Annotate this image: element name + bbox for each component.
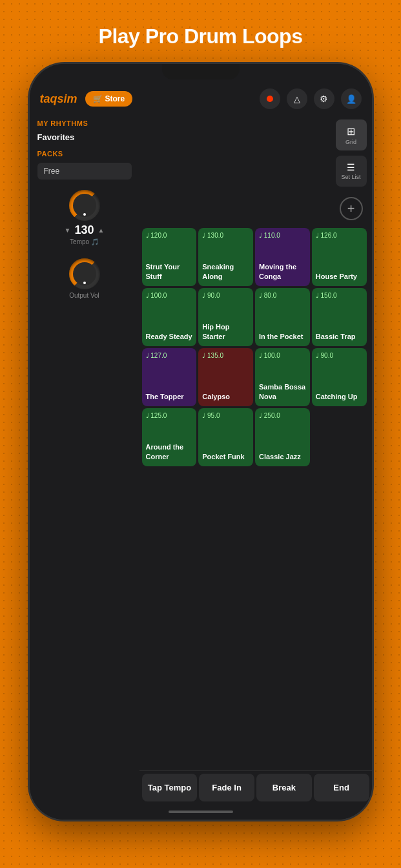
free-pack-item[interactable]: Free [37,163,132,180]
spacer [139,114,331,225]
cell-tempo: ♩ 126.0 [316,232,363,239]
metronome-icon: 🎵 [91,238,99,245]
tempo-label: Tempo 🎵 [70,238,99,245]
tempo-up-arrow[interactable]: ▲ [98,227,105,234]
grid-icon: ⊞ [347,125,355,138]
cell-name: Ready Steady [146,332,193,341]
cell-name: The Topper [146,392,193,401]
cell-tempo: ♩ 110.0 [259,232,306,239]
cell-name: Classic Jazz [259,452,306,461]
setlist-view-button[interactable]: ☰ Set List [336,156,367,187]
break-button[interactable]: Break [256,774,312,801]
left-panel: MY RHYTHMS Favorites PACKS Free ▼ 130 ▲ … [30,114,139,804]
tempo-down-arrow[interactable]: ▼ [65,227,71,234]
gear-icon: ⚙ [320,94,328,104]
tempo-value: 130 [74,223,94,237]
favorites-menu-item[interactable]: Favorites [37,130,132,145]
cell-name: Around the Corner [146,442,193,461]
cart-icon: 🛒 [93,94,103,103]
output-vol-section: Output Vol [37,258,132,299]
cell-name: Samba Bossa Nova [259,382,306,401]
cell-tempo: ♩ 100.0 [259,352,306,359]
grid-cell[interactable]: ♩ 150.0 Bassic Trap [312,288,367,346]
top-controls: ⊞ Grid ☰ Set List + [139,114,372,225]
cell-tempo: ♩ 130.0 [202,232,249,239]
knob-indicator [83,213,86,216]
cell-name: Strut Your Stuff [146,262,193,281]
cell-tempo: ♩ 80.0 [259,292,306,299]
header-icons: △ ⚙ 👤 [260,88,362,109]
phone-device: taqsim 🛒 Store △ ⚙ 👤 [30,64,372,820]
home-indicator [30,804,372,820]
grid-cell[interactable]: ♩ 135.0 Calypso [198,348,253,406]
phone-notch [162,64,240,79]
content-wrapper: ⊞ Grid ☰ Set List + [139,114,372,804]
user-button[interactable]: 👤 [341,88,362,109]
list-icon: ☰ [347,162,355,172]
store-button[interactable]: 🛒 Store [85,91,133,107]
cell-tempo: ♩ 135.0 [202,352,249,359]
grid-cell[interactable]: ♩ 100.0 Ready Steady [142,288,197,346]
phone-screen: taqsim 🛒 Store △ ⚙ 👤 [30,64,372,820]
grid-cell[interactable]: ♩ 125.0 Around the Corner [142,408,197,466]
grid-cell[interactable]: ♩ 90.0 Catching Up [312,348,367,406]
cell-tempo: ♩ 150.0 [316,292,363,299]
main-content: MY RHYTHMS Favorites PACKS Free ▼ 130 ▲ … [30,114,372,804]
record-dot-icon [267,96,273,102]
output-vol-label: Output Vol [69,292,99,299]
warning-button[interactable]: △ [287,88,307,109]
cell-tempo: ♩ 90.0 [316,352,363,359]
plus-icon: + [347,202,355,216]
settings-button[interactable]: ⚙ [314,88,334,109]
grid-cell[interactable]: ♩ 250.0 Classic Jazz [255,408,310,466]
cell-name: House Party [316,272,363,281]
user-icon: 👤 [346,94,356,104]
cell-tempo: ♩ 100.0 [146,292,193,299]
cell-tempo: ♩ 125.0 [146,412,193,419]
grid-label: Grid [345,139,356,145]
cell-tempo: ♩ 127.0 [146,352,193,359]
end-button[interactable]: End [314,774,369,801]
grid-cell[interactable]: ♩ 90.0 Hip Hop Starter [198,288,253,346]
grid-area: ♩ 120.0 Strut Your Stuff ♩ 130.0 Sneakin… [139,225,372,770]
my-rhythms-label: MY RHYTHMS [37,119,132,127]
tempo-control: ▼ 130 ▲ [65,223,105,237]
record-button[interactable] [260,88,280,109]
packs-label: PACKS [37,150,132,158]
cell-name: Catching Up [316,392,363,401]
tempo-knob[interactable] [69,190,100,221]
add-button[interactable]: + [340,197,363,220]
tap-tempo-button[interactable]: Tap Tempo [142,774,198,801]
fade-in-button[interactable]: Fade In [199,774,254,801]
grid-cell[interactable]: ♩ 110.0 Moving the Conga [255,228,310,286]
right-sidebar: ⊞ Grid ☰ Set List + [331,114,372,225]
cell-tempo: ♩ 95.0 [202,412,249,419]
warning-icon: △ [294,94,300,104]
cell-name: Calypso [202,392,249,401]
output-knob-indicator [83,282,86,284]
grid-cell[interactable]: ♩ 100.0 Samba Bossa Nova [255,348,310,406]
cell-tempo: ♩ 250.0 [259,412,306,419]
home-bar [169,811,233,813]
grid-cell[interactable]: ♩ 130.0 Sneaking Along [198,228,253,286]
grid-container: ♩ 120.0 Strut Your Stuff ♩ 130.0 Sneakin… [139,225,369,469]
cell-name: Bassic Trap [316,332,363,341]
cell-name: Sneaking Along [202,262,249,281]
grid-cell[interactable]: ♩ 120.0 Strut Your Stuff [142,228,197,286]
grid-cell[interactable]: ♩ 95.0 Pocket Funk [198,408,253,466]
tempo-section: ▼ 130 ▲ Tempo 🎵 [37,190,132,245]
grid-cell[interactable]: ♩ 127.0 The Topper [142,348,197,406]
cell-name: Moving the Conga [259,262,306,281]
cell-tempo: ♩ 90.0 [202,292,249,299]
grid-cell[interactable]: ♩ 80.0 In the Pocket [255,288,310,346]
output-vol-knob[interactable] [69,258,100,289]
grid-view-button[interactable]: ⊞ Grid [336,119,367,150]
cell-name: Pocket Funk [202,452,249,461]
cell-tempo: ♩ 120.0 [146,232,193,239]
grid-cell[interactable]: ♩ 126.0 House Party [312,228,367,286]
cell-name: In the Pocket [259,332,306,341]
bottom-bar: Tap TempoFade InBreakEnd [139,770,372,804]
setlist-label: Set List [341,174,360,180]
app-logo: taqsim [40,92,77,106]
page-title: Play Pro Drum Loops [99,25,303,48]
